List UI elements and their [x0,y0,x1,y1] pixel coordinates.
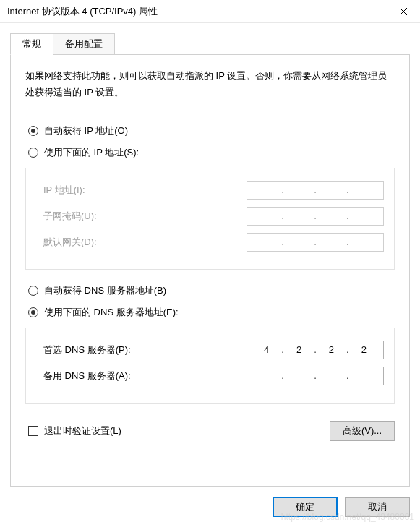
field-preferred-dns: 首选 DNS 服务器(P): 4. 2. 2. 2 [43,341,384,359]
radio-icon [28,148,38,158]
validate-label: 退出时验证设置(L) [44,424,121,438]
radio-ip-auto[interactable]: 自动获得 IP 地址(O) [25,124,395,137]
radio-label: 使用下面的 IP 地址(S): [44,146,139,159]
dot-icon: . [346,236,349,247]
dot-icon: . [314,370,317,381]
dot-icon: . [281,344,284,355]
ip-octet: 2 [351,344,376,355]
radio-dns-manual[interactable]: 使用下面的 DNS 服务器地址(E): [25,306,395,319]
subnet-label: 子网掩码(U): [43,210,97,223]
ip-address-label: IP 地址(I): [43,184,85,197]
validate-checkbox[interactable]: 退出时验证设置(L) [28,424,121,438]
dot-icon: . [281,184,284,195]
titlebar: Internet 协议版本 4 (TCP/IPv4) 属性 [0,0,420,23]
description-text: 如果网络支持此功能，则可以获取自动指派的 IP 设置。否则，你需要从网络系统管理… [25,68,395,101]
dot-icon: . [314,236,317,247]
content-area: 常规 备用配置 如果网络支持此功能，则可以获取自动指派的 IP 设置。否则，你需… [0,23,420,487]
radio-label: 使用下面的 DNS 服务器地址(E): [44,306,179,319]
close-icon [400,8,407,15]
validate-row: 退出时验证设置(L) 高级(V)... [25,421,395,441]
radio-icon [28,307,38,317]
radio-icon [28,126,38,136]
ip-address-input[interactable]: . . . [247,181,384,200]
checkbox-icon [28,426,38,436]
dialog-footer: 确定 取消 [0,487,420,517]
tab-alternate[interactable]: 备用配置 [53,33,115,55]
radio-label: 自动获得 DNS 服务器地址(B) [44,284,166,297]
field-subnet: 子网掩码(U): . . . [43,207,384,226]
alternate-dns-input[interactable]: . . . [247,367,384,385]
dot-icon: . [346,210,349,221]
dot-icon: . [314,344,317,355]
advanced-button[interactable]: 高级(V)... [330,421,395,441]
radio-ip-manual[interactable]: 使用下面的 IP 地址(S): [25,146,395,159]
cancel-button[interactable]: 取消 [345,497,410,517]
field-alternate-dns: 备用 DNS 服务器(A): . . . [43,367,384,385]
dot-icon: . [346,184,349,195]
ok-button[interactable]: 确定 [273,497,338,517]
dot-icon: . [281,236,284,247]
gateway-input[interactable]: . . . [247,233,384,252]
radio-dns-auto[interactable]: 自动获得 DNS 服务器地址(B) [25,284,395,297]
window-title: Internet 协议版本 4 (TCP/IPv4) 属性 [7,5,158,18]
subnet-input[interactable]: . . . [247,207,384,226]
ip-octet: 4 [254,344,279,355]
close-button[interactable] [387,0,420,23]
dot-icon: . [346,370,349,381]
dot-icon: . [314,210,317,221]
dot-icon: . [314,184,317,195]
dot-icon: . [281,210,284,221]
gateway-label: 默认网关(D): [43,236,97,249]
dot-icon: . [346,344,349,355]
preferred-dns-label: 首选 DNS 服务器(P): [43,343,131,357]
ip-octet: 2 [319,344,343,355]
dot-icon: . [281,370,284,381]
radio-icon [28,286,38,296]
ip-octet: 2 [287,344,312,355]
alternate-dns-label: 备用 DNS 服务器(A): [43,370,131,383]
tab-strip: 常规 备用配置 [10,33,410,55]
tab-panel-general: 如果网络支持此功能，则可以获取自动指派的 IP 设置。否则，你需要从网络系统管理… [10,54,410,487]
tab-general[interactable]: 常规 [10,33,53,55]
dns-fields-group: 首选 DNS 服务器(P): 4. 2. 2. 2 备用 DNS 服务器(A):… [25,328,395,404]
ip-fields-group: IP 地址(I): . . . 子网掩码(U): . . . 默认网关(D) [25,168,395,270]
preferred-dns-input[interactable]: 4. 2. 2. 2 [247,341,384,359]
radio-label: 自动获得 IP 地址(O) [44,124,128,137]
field-ip-address: IP 地址(I): . . . [43,181,384,200]
field-gateway: 默认网关(D): . . . [43,233,384,252]
